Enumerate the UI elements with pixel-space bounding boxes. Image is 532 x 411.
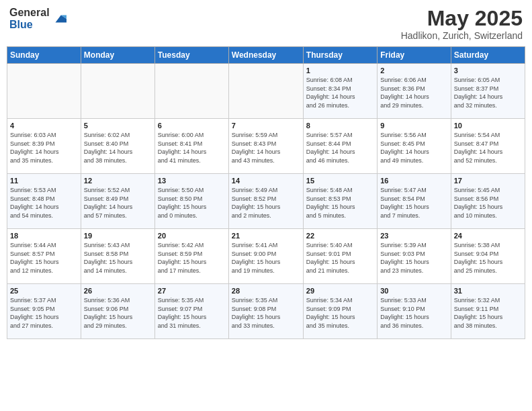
day-info: Sunrise: 6:02 AM Sunset: 8:40 PM Dayligh…	[84, 131, 152, 165]
calendar-cell	[228, 64, 303, 119]
day-number: 12	[84, 177, 152, 185]
day-number: 20	[158, 232, 226, 240]
calendar-cell: 11Sunrise: 5:53 AM Sunset: 8:48 PM Dayli…	[7, 174, 81, 229]
day-number: 15	[306, 177, 374, 185]
week-row-1: 1Sunrise: 6:08 AM Sunset: 8:34 PM Daylig…	[7, 64, 525, 119]
calendar-cell: 28Sunrise: 5:35 AM Sunset: 9:08 PM Dayli…	[228, 284, 303, 339]
calendar-cell: 5Sunrise: 6:02 AM Sunset: 8:40 PM Daylig…	[81, 119, 154, 174]
day-info: Sunrise: 5:43 AM Sunset: 8:58 PM Dayligh…	[84, 241, 152, 275]
weekday-header-sunday: Sunday	[7, 47, 81, 64]
day-info: Sunrise: 5:48 AM Sunset: 8:53 PM Dayligh…	[306, 186, 374, 220]
calendar-cell	[154, 64, 228, 119]
day-info: Sunrise: 6:03 AM Sunset: 8:39 PM Dayligh…	[10, 131, 78, 165]
calendar-cell: 22Sunrise: 5:40 AM Sunset: 9:01 PM Dayli…	[303, 229, 377, 284]
day-number: 6	[158, 122, 226, 130]
day-info: Sunrise: 6:00 AM Sunset: 8:41 PM Dayligh…	[158, 131, 226, 165]
weekday-header-monday: Monday	[81, 47, 154, 64]
calendar-cell: 12Sunrise: 5:52 AM Sunset: 8:49 PM Dayli…	[81, 174, 154, 229]
day-number: 23	[380, 232, 447, 240]
calendar-cell: 13Sunrise: 5:50 AM Sunset: 8:50 PM Dayli…	[154, 174, 228, 229]
weekday-header-wednesday: Wednesday	[228, 47, 303, 64]
weekday-header-saturday: Saturday	[451, 47, 525, 64]
day-info: Sunrise: 6:06 AM Sunset: 8:36 PM Dayligh…	[380, 76, 447, 109]
calendar-cell: 29Sunrise: 5:34 AM Sunset: 9:09 PM Dayli…	[303, 284, 377, 339]
calendar-cell: 3Sunrise: 6:05 AM Sunset: 8:37 PM Daylig…	[451, 64, 525, 119]
day-number: 1	[306, 66, 374, 75]
weekday-header-tuesday: Tuesday	[154, 47, 228, 64]
day-number: 19	[84, 232, 152, 240]
day-info: Sunrise: 5:35 AM Sunset: 9:08 PM Dayligh…	[232, 296, 300, 330]
logo-general: General	[9, 7, 50, 19]
calendar-cell: 30Sunrise: 5:33 AM Sunset: 9:10 PM Dayli…	[378, 284, 451, 339]
day-number: 25	[10, 287, 78, 295]
calendar-cell: 4Sunrise: 6:03 AM Sunset: 8:39 PM Daylig…	[7, 119, 81, 174]
day-number: 28	[232, 287, 300, 295]
day-info: Sunrise: 5:49 AM Sunset: 8:52 PM Dayligh…	[232, 186, 300, 220]
calendar-cell: 10Sunrise: 5:54 AM Sunset: 8:47 PM Dayli…	[451, 119, 525, 174]
day-number: 22	[306, 232, 374, 240]
day-number: 21	[232, 232, 300, 240]
day-number: 18	[10, 232, 78, 240]
calendar-cell: 2Sunrise: 6:06 AM Sunset: 8:36 PM Daylig…	[378, 64, 451, 119]
day-number: 8	[306, 122, 374, 130]
day-info: Sunrise: 5:39 AM Sunset: 9:03 PM Dayligh…	[380, 241, 447, 275]
calendar-cell: 31Sunrise: 5:32 AM Sunset: 9:11 PM Dayli…	[451, 284, 525, 339]
calendar-cell: 9Sunrise: 5:56 AM Sunset: 8:45 PM Daylig…	[378, 119, 451, 174]
day-number: 3	[454, 66, 522, 75]
calendar-cell: 1Sunrise: 6:08 AM Sunset: 8:34 PM Daylig…	[303, 64, 377, 119]
day-info: Sunrise: 5:50 AM Sunset: 8:50 PM Dayligh…	[158, 186, 226, 220]
day-info: Sunrise: 5:37 AM Sunset: 9:05 PM Dayligh…	[10, 296, 78, 330]
calendar-cell: 14Sunrise: 5:49 AM Sunset: 8:52 PM Dayli…	[228, 174, 303, 229]
day-info: Sunrise: 5:33 AM Sunset: 9:10 PM Dayligh…	[380, 296, 447, 330]
day-number: 17	[454, 177, 522, 185]
calendar-table: SundayMondayTuesdayWednesdayThursdayFrid…	[7, 46, 525, 339]
day-info: Sunrise: 5:57 AM Sunset: 8:44 PM Dayligh…	[306, 131, 374, 165]
page-header: General Blue May 2025 Hadlikon, Zurich, …	[7, 7, 525, 41]
day-number: 24	[454, 232, 522, 240]
day-info: Sunrise: 5:38 AM Sunset: 9:04 PM Dayligh…	[454, 241, 522, 275]
day-info: Sunrise: 5:35 AM Sunset: 9:07 PM Dayligh…	[158, 296, 226, 330]
logo-blue: Blue	[9, 19, 50, 31]
calendar-cell: 7Sunrise: 5:59 AM Sunset: 8:43 PM Daylig…	[228, 119, 303, 174]
calendar-cell: 25Sunrise: 5:37 AM Sunset: 9:05 PM Dayli…	[7, 284, 81, 339]
day-info: Sunrise: 5:36 AM Sunset: 9:06 PM Dayligh…	[84, 296, 152, 330]
calendar-cell: 24Sunrise: 5:38 AM Sunset: 9:04 PM Dayli…	[451, 229, 525, 284]
day-number: 7	[232, 122, 300, 130]
calendar-cell: 6Sunrise: 6:00 AM Sunset: 8:41 PM Daylig…	[154, 119, 228, 174]
week-row-3: 11Sunrise: 5:53 AM Sunset: 8:48 PM Dayli…	[7, 174, 525, 229]
day-number: 9	[380, 122, 447, 130]
day-number: 30	[380, 287, 447, 295]
title-block: May 2025 Hadlikon, Zurich, Switzerland	[401, 7, 523, 41]
day-info: Sunrise: 5:40 AM Sunset: 9:01 PM Dayligh…	[306, 241, 374, 275]
calendar-cell: 17Sunrise: 5:45 AM Sunset: 8:56 PM Dayli…	[451, 174, 525, 229]
day-info: Sunrise: 5:32 AM Sunset: 9:11 PM Dayligh…	[454, 296, 522, 330]
day-info: Sunrise: 5:34 AM Sunset: 9:09 PM Dayligh…	[306, 296, 374, 330]
calendar-cell: 18Sunrise: 5:44 AM Sunset: 8:57 PM Dayli…	[7, 229, 81, 284]
weekday-header-thursday: Thursday	[303, 47, 377, 64]
day-number: 27	[158, 287, 226, 295]
day-number: 2	[380, 66, 447, 75]
day-number: 11	[10, 177, 78, 185]
day-number: 10	[454, 122, 522, 130]
weekday-header-friday: Friday	[378, 47, 451, 64]
day-info: Sunrise: 5:41 AM Sunset: 9:00 PM Dayligh…	[232, 241, 300, 275]
day-number: 26	[84, 287, 152, 295]
calendar-cell: 26Sunrise: 5:36 AM Sunset: 9:06 PM Dayli…	[81, 284, 154, 339]
calendar-cell: 21Sunrise: 5:41 AM Sunset: 9:00 PM Dayli…	[228, 229, 303, 284]
day-info: Sunrise: 5:47 AM Sunset: 8:54 PM Dayligh…	[380, 186, 447, 220]
day-info: Sunrise: 6:05 AM Sunset: 8:37 PM Dayligh…	[454, 76, 522, 109]
day-info: Sunrise: 5:54 AM Sunset: 8:47 PM Dayligh…	[454, 131, 522, 165]
week-row-2: 4Sunrise: 6:03 AM Sunset: 8:39 PM Daylig…	[7, 119, 525, 174]
week-row-5: 25Sunrise: 5:37 AM Sunset: 9:05 PM Dayli…	[7, 284, 525, 339]
day-number: 29	[306, 287, 374, 295]
calendar-cell	[7, 64, 81, 119]
week-row-4: 18Sunrise: 5:44 AM Sunset: 8:57 PM Dayli…	[7, 229, 525, 284]
calendar-title: May 2025	[401, 7, 523, 30]
day-number: 4	[10, 122, 78, 130]
day-info: Sunrise: 5:44 AM Sunset: 8:57 PM Dayligh…	[10, 241, 78, 275]
day-number: 16	[380, 177, 447, 185]
day-info: Sunrise: 5:56 AM Sunset: 8:45 PM Dayligh…	[380, 131, 447, 165]
day-number: 5	[84, 122, 152, 130]
day-number: 14	[232, 177, 300, 185]
day-info: Sunrise: 5:59 AM Sunset: 8:43 PM Dayligh…	[232, 131, 300, 165]
